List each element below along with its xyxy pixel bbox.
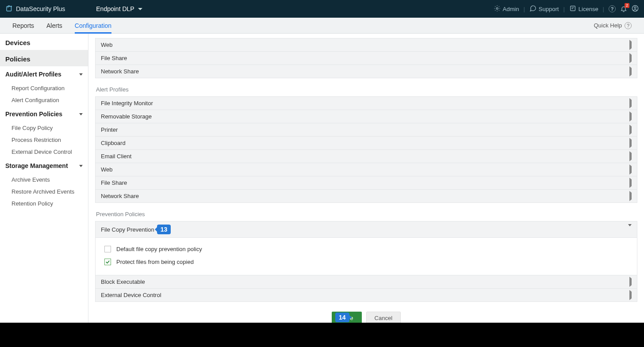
sidebar-item-process-restriction[interactable]: Process Restriction <box>0 134 88 146</box>
checkbox-protect-files[interactable] <box>104 259 111 265</box>
checkbox-row-protect-files: Protect files from being copied <box>104 259 628 265</box>
module-current: Endpoint DLP <box>96 5 134 12</box>
svg-rect-2 <box>570 6 575 11</box>
module-selector[interactable]: Endpoint DLP <box>96 5 142 12</box>
content-area: Web File Share Network Share Alert Profi… <box>88 34 644 323</box>
notification-count: 2 <box>625 3 629 8</box>
brand-logo-icon <box>5 4 13 14</box>
section-title-prevention-policies: Prevention Policies <box>96 211 637 217</box>
chevron-right-icon <box>629 68 632 75</box>
license-icon <box>569 5 576 13</box>
help-icon[interactable]: ? <box>609 5 616 12</box>
sidebar-item-report-configuration[interactable]: Report Configuration <box>0 82 88 94</box>
chevron-right-icon <box>629 113 632 120</box>
chevron-right-icon <box>629 292 632 298</box>
sidebar-item-file-copy-policy[interactable]: File Copy Policy <box>0 122 88 134</box>
user-avatar-icon[interactable] <box>632 5 639 13</box>
chevron-down-icon <box>138 8 142 10</box>
main-layout: Devices Policies Audit/Alert Profiles Re… <box>0 34 644 323</box>
help-icon: ? <box>625 22 632 29</box>
acc-row-removable-storage[interactable]: Removable Storage <box>95 110 637 123</box>
svg-point-1 <box>496 8 498 9</box>
acc-row-email-client[interactable]: Email Client <box>95 150 637 163</box>
top-bar: DataSecurity Plus Endpoint DLP Admin | S… <box>0 0 644 18</box>
section-title-alert-profiles: Alert Profiles <box>96 86 637 93</box>
separator: | <box>603 6 604 12</box>
topbar-right: Admin | Support | License | ? 2 <box>494 5 639 13</box>
notification-bell[interactable]: 2 <box>620 5 627 12</box>
license-link[interactable]: License <box>569 5 598 13</box>
admin-label: Admin <box>503 6 519 12</box>
chevron-down-icon <box>79 73 83 76</box>
file-copy-prevention-body: Default file copy prevention policy Prot… <box>95 238 637 275</box>
acc-group-upper: Web File Share Network Share <box>95 38 637 78</box>
support-icon <box>529 5 537 13</box>
checkbox-default-policy[interactable] <box>104 246 111 252</box>
chevron-right-icon <box>629 193 632 199</box>
checkbox-label: Default file copy prevention policy <box>116 246 202 252</box>
admin-link[interactable]: Admin <box>494 5 519 13</box>
cancel-button[interactable]: Cancel <box>366 312 401 323</box>
acc-row-block-executable[interactable]: Block Executable <box>95 275 637 289</box>
footer-strip <box>0 323 644 347</box>
chevron-right-icon <box>629 140 632 146</box>
acc-row-network-share[interactable]: Network Share <box>95 65 637 78</box>
callout-14: 14 <box>335 313 349 322</box>
acc-group-prevention-policies: File Copy Prevention 13 Default file cop… <box>95 221 637 302</box>
checkbox-row-default-policy: Default file copy prevention policy <box>104 246 628 252</box>
chevron-down-icon <box>79 165 83 167</box>
chevron-right-icon <box>629 166 632 173</box>
chevron-right-icon <box>629 278 632 285</box>
quick-help-label: Quick Help <box>594 22 622 29</box>
admin-icon <box>494 5 501 13</box>
acc-row-clipboard[interactable]: Clipboard <box>95 137 637 150</box>
acc-row-external-device-control[interactable]: External Device Control <box>95 289 637 302</box>
sidebar-item-archive-events[interactable]: Archive Events <box>0 174 88 186</box>
sidebar-item-external-device-control[interactable]: External Device Control <box>0 146 88 158</box>
sidebar: Devices Policies Audit/Alert Profiles Re… <box>0 34 88 323</box>
svg-point-4 <box>634 7 636 8</box>
svg-rect-0 <box>7 6 12 11</box>
support-label: Support <box>539 6 559 12</box>
chevron-right-icon <box>629 179 632 186</box>
support-link[interactable]: Support <box>529 5 559 13</box>
chevron-right-icon <box>629 55 632 61</box>
tab-alerts[interactable]: Alerts <box>46 18 62 34</box>
separator: | <box>563 6 564 12</box>
chevron-down-icon <box>79 113 83 115</box>
acc-row-network-share2[interactable]: Network Share <box>95 190 637 203</box>
callout-13: 13 <box>157 225 171 234</box>
checkbox-label: Protect files from being copied <box>116 259 194 265</box>
sidebar-item-policies[interactable]: Policies <box>0 50 88 66</box>
acc-row-file-copy-prevention[interactable]: File Copy Prevention 13 <box>95 221 637 238</box>
acc-row-file-share2[interactable]: File Share <box>95 176 637 190</box>
tab-reports[interactable]: Reports <box>12 18 34 34</box>
sidebar-item-devices[interactable]: Devices <box>0 34 88 50</box>
quick-help-link[interactable]: Quick Help ? <box>594 22 632 29</box>
acc-group-alert-profiles: File Integrity Monitor Removable Storage… <box>95 96 637 203</box>
chevron-right-icon <box>629 153 632 160</box>
chevron-down-icon <box>628 226 632 233</box>
sub-tab-bar: Reports Alerts Configuration Quick Help … <box>0 18 644 34</box>
sidebar-item-retention-policy[interactable]: Retention Policy <box>0 198 88 210</box>
brand-name: DataSecurity Plus <box>16 5 65 12</box>
acc-row-web[interactable]: Web <box>95 38 637 52</box>
sidebar-group-storage[interactable]: Storage Management <box>0 158 88 174</box>
sidebar-item-restore-archived[interactable]: Restore Archived Events <box>0 186 88 198</box>
action-bar: 14 Save Cancel <box>95 312 637 323</box>
acc-row-file-integrity[interactable]: File Integrity Monitor <box>95 96 637 110</box>
chevron-right-icon <box>629 42 632 48</box>
chevron-right-icon <box>629 126 632 133</box>
acc-row-web2[interactable]: Web <box>95 163 637 176</box>
sidebar-item-alert-configuration[interactable]: Alert Configuration <box>0 94 88 106</box>
acc-row-file-share[interactable]: File Share <box>95 52 637 65</box>
sidebar-group-prevention[interactable]: Prevention Policies <box>0 106 88 122</box>
acc-row-printer[interactable]: Printer <box>95 123 637 137</box>
separator: | <box>523 6 525 12</box>
chevron-right-icon <box>629 100 632 107</box>
license-label: License <box>579 6 598 12</box>
tab-configuration[interactable]: Configuration <box>75 18 111 34</box>
brand: DataSecurity Plus <box>5 4 65 14</box>
sidebar-group-audit-alert[interactable]: Audit/Alert Profiles <box>0 66 88 82</box>
